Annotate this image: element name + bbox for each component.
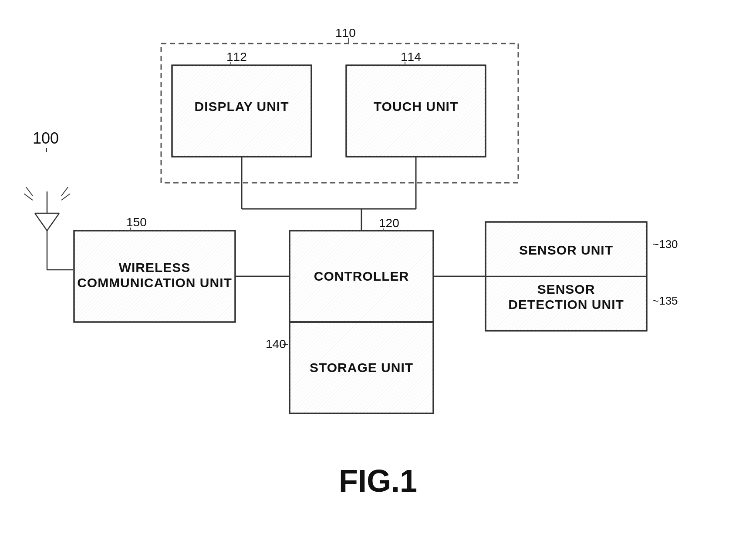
- ref-120: 120: [379, 216, 399, 230]
- controller-label: CONTROLLER: [314, 269, 409, 283]
- ref-110: 110: [335, 26, 356, 40]
- sensor-detection-label-2: DETECTION UNIT: [508, 297, 624, 312]
- ref-100: 100: [33, 129, 59, 147]
- sensor-detection-label-1: SENSOR: [537, 282, 595, 296]
- ref-130: ~130: [652, 238, 678, 251]
- sensor-unit-label: SENSOR UNIT: [519, 243, 613, 257]
- figure-label: FIG.1: [339, 463, 417, 498]
- diagram-container: 110 112 DISPLAY UNIT 114 TOUCH UNIT 120 …: [0, 0, 756, 547]
- ref-114: 114: [401, 50, 421, 64]
- ref-135: ~135: [652, 294, 678, 307]
- ref-150: 150: [126, 215, 147, 229]
- wireless-comm-label-2: COMMUNICATION UNIT: [77, 275, 232, 290]
- wireless-comm-label-1: WIRELESS: [119, 260, 191, 275]
- touch-unit-label: TOUCH UNIT: [374, 99, 458, 114]
- storage-unit-label: STORAGE UNIT: [310, 360, 413, 375]
- display-unit-label: DISPLAY UNIT: [194, 99, 289, 114]
- ref-112: 112: [226, 50, 247, 64]
- ref-140-tilde: ~: [282, 338, 289, 351]
